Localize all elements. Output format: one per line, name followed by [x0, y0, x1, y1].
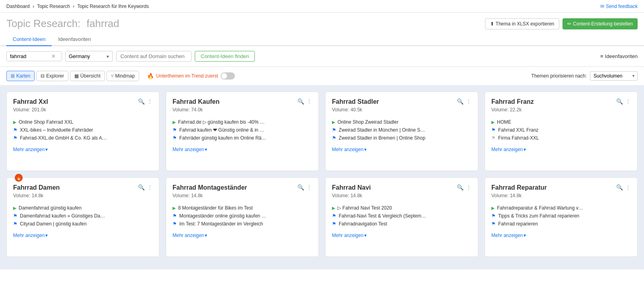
breadcrumb-topic-research[interactable]: Topic Research [37, 4, 70, 9]
sort-select-wrap: Suchvolumen Effizienz Relevanz [590, 71, 638, 81]
more-icon[interactable]: ⋮ [147, 184, 153, 190]
card-item-text: Montageständer online günstig kaufen bei… [179, 213, 267, 219]
card-item: ⚑ XXL-bikes – Individuelle Fahrräder [13, 126, 153, 134]
card-items-list: ▶ ▷ Fahrrad Navi Test 2020 ⚑ Fahrrad-Nav… [332, 204, 471, 228]
sort-select[interactable]: Suchvolumen Effizienz Relevanz [590, 71, 638, 81]
card-action-icons: 🔍 ⋮ [616, 184, 631, 190]
card-more-button[interactable]: Mehr anzeigen ▾ [491, 147, 631, 152]
card-title: Fahrrad Kaufen [173, 98, 219, 105]
card-more-button[interactable]: Mehr anzeigen ▾ [13, 233, 153, 238]
chevron-down-icon: ▾ [205, 233, 207, 238]
card-items-list: ▶ Fahrrad.de ▷ günstig kaufen bis -40% ▷… [173, 118, 312, 142]
card-action-icons: 🔍 ⋮ [297, 184, 312, 190]
card-more-button[interactable]: Mehr anzeigen ▾ [13, 147, 153, 152]
edit-icon: ✏ [567, 21, 571, 27]
card-fahrrad-stadler: Fahrrad Stadler 🔍 ⋮ Volume: 40.5k ▶ Onli… [325, 91, 478, 171]
card-item: ⚑ Fahrrad-Navi Test & Vergleich (Septemb… [332, 212, 471, 220]
more-icon[interactable]: ⋮ [306, 184, 312, 190]
search-icon[interactable]: 🔍 [138, 98, 145, 105]
card-action-icons: 🔍 ⋮ [297, 98, 312, 105]
card-header: Fahrrad Stadler 🔍 ⋮ [332, 98, 471, 105]
breadcrumb: Dashboard › Topic Research › Topic Resea… [6, 4, 149, 9]
trend-badge: 🔥 [15, 174, 23, 182]
card-item: ⚑ Fahrrad-XXL.de GmbH & Co. KG als Arbei… [13, 134, 153, 142]
more-icon[interactable]: ⋮ [306, 98, 312, 105]
find-content-button[interactable]: Content-Ideen finden [195, 51, 255, 62]
chevron-down-icon: ▾ [364, 233, 367, 238]
view-uebersicht-button[interactable]: ▦ Übersicht [70, 71, 105, 81]
card-header: Fahrrad Franz 🔍 ⋮ [491, 98, 631, 105]
more-icon[interactable]: ⋮ [147, 98, 153, 105]
card-item: ⚑ Firma Fahrrad-XXL [491, 134, 631, 142]
card-title: Fahrrad Franz [491, 98, 534, 105]
card-item-text: Damenfahrrad kaufen » Günstiges Damenrad… [20, 213, 107, 219]
card-item: ▶ Damenfahrrad günstig kaufen [13, 204, 153, 212]
card-more-button[interactable]: Mehr anzeigen ▾ [332, 233, 471, 238]
export-xlsx-button[interactable]: ⬆ Thema in XLSX exportieren [485, 18, 559, 29]
card-item: ⚑ Damenfahrrad kaufen » Günstiges Damenr… [13, 212, 153, 220]
search-icon[interactable]: 🔍 [457, 98, 464, 105]
card-item: ⚑ Fahrrad reparieren [491, 220, 631, 228]
search-icon[interactable]: 🔍 [138, 184, 145, 190]
card-item: ⚑ Fahrrad XXL Franz [491, 126, 631, 134]
domain-input[interactable] [116, 51, 192, 62]
country-select-wrap: Germany United States Austria [65, 51, 113, 62]
card-title: Fahrrad Montageständer [173, 184, 247, 191]
breadcrumb-dashboard[interactable]: Dashboard [6, 4, 30, 9]
card-item: ⚑ Fahrrad kaufen ❤ Günstig online & in F… [173, 126, 312, 134]
trend-toggle-switch[interactable] [221, 72, 235, 80]
card-title: Fahrrad Damen [13, 184, 60, 191]
send-feedback-button[interactable]: ✉ Send feedback [600, 4, 638, 9]
page-header: Topic Research: fahrrad ⬆ Thema in XLSX … [0, 13, 644, 33]
toggle-slider [221, 72, 235, 80]
ideenfavoriten-link[interactable]: ≡ Ideenfavoriten [600, 53, 638, 59]
card-action-icons: 🔍 ⋮ [138, 98, 153, 105]
clear-icon[interactable]: ✕ [51, 53, 56, 59]
country-select[interactable]: Germany United States Austria [65, 51, 113, 62]
card-more-button[interactable]: Mehr anzeigen ▾ [173, 233, 312, 238]
card-volume: Volume: 74.0k [173, 107, 312, 113]
more-icon[interactable]: ⋮ [466, 184, 471, 190]
search-icon[interactable]: 🔍 [297, 98, 304, 105]
card-item: ▶ 8 Montageständer für Bikes im Test [173, 204, 312, 212]
card-fahrrad-navi: Fahrrad Navi 🔍 ⋮ Volume: 14.8k ▶ ▷ Fahrr… [325, 177, 478, 257]
view-mindmap-button[interactable]: ⑂ Mindmap [107, 71, 139, 81]
cards-row-1: Fahrrad Xxl 🔍 ⋮ Volume: 201.0k ▶ Online … [6, 91, 638, 171]
card-header: Fahrrad Navi 🔍 ⋮ [332, 184, 471, 191]
more-icon[interactable]: ⋮ [625, 98, 631, 105]
cards-area: Fahrrad Xxl 🔍 ⋮ Volume: 201.0k ▶ Online … [0, 85, 644, 270]
card-more-button[interactable]: Mehr anzeigen ▾ [491, 233, 631, 238]
top-bar: Dashboard › Topic Research › Topic Resea… [0, 0, 644, 13]
tab-content-ideen[interactable]: Content-Ideen [6, 33, 52, 46]
page-title: Topic Research: fahrrad [6, 17, 119, 30]
search-icon[interactable]: 🔍 [457, 184, 464, 190]
more-icon[interactable]: ⋮ [625, 184, 631, 190]
more-icon[interactable]: ⋮ [466, 98, 471, 105]
trend-label: Unterthemen im Trend zuerst [156, 73, 218, 79]
search-icon[interactable]: 🔍 [616, 184, 623, 190]
card-item-text: Cityrad Damen | günstig kaufen [20, 221, 87, 227]
view-karten-button[interactable]: ⊞ Karten [6, 71, 35, 81]
card-fahrrad-montagestaender: Fahrrad Montageständer 🔍 ⋮ Volume: 14.8k… [166, 177, 319, 257]
card-item-text: ▷ Fahrrad Navi Test 2020 [338, 205, 392, 211]
tab-ideenfavoriten[interactable]: Ideenfavoriten [52, 33, 97, 46]
card-item-text: Fahrräder günstig kaufen im Online Räder… [179, 135, 267, 141]
content-erstellen-button[interactable]: ✏ Content-Erstellung bestellen [563, 18, 638, 29]
feedback-icon: ✉ [600, 4, 604, 9]
card-more-button[interactable]: Mehr anzeigen ▾ [332, 147, 471, 152]
card-item-text: Tipps & Tricks zum Fahrrad reparieren [498, 213, 579, 219]
card-item-text: Damenfahrrad günstig kaufen [19, 205, 81, 211]
karten-icon: ⊞ [11, 73, 15, 79]
view-explorer-button[interactable]: ⊟ Explorer [36, 71, 68, 81]
sort-area: Themen priorisieren nach: Suchvolumen Ef… [531, 71, 638, 81]
mindmap-icon: ⑂ [111, 73, 114, 79]
card-item: ▶ Fahrrad.de ▷ günstig kaufen bis -40% ▷… [173, 118, 312, 126]
card-more-button[interactable]: Mehr anzeigen ▾ [173, 147, 312, 152]
card-action-icons: 🔍 ⋮ [457, 184, 471, 190]
sort-label: Themen priorisieren nach: [531, 73, 587, 79]
card-item: ⚑ Montageständer online günstig kaufen b… [173, 212, 312, 220]
export-icon: ⬆ [490, 21, 494, 27]
search-icon[interactable]: 🔍 [297, 184, 304, 190]
keyword-input[interactable] [10, 53, 50, 59]
search-icon[interactable]: 🔍 [616, 98, 623, 105]
